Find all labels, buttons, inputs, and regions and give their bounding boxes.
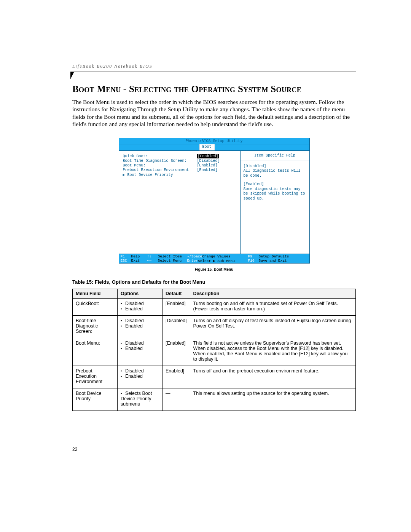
- cell-default: Enabled]: [162, 366, 190, 388]
- table-header: Default: [162, 289, 190, 298]
- option-item: Selects Boot Device Priority submenu: [121, 391, 159, 407]
- document-page: LifeBook B6200 Notebook BIOS Boot Menu -…: [0, 0, 411, 532]
- option-item: Disabled: [121, 340, 159, 346]
- option-item: Disabled: [121, 301, 159, 306]
- bios-setting-label: Boot Time Diagnostic Screen:: [123, 159, 197, 163]
- header-rule: [70, 72, 356, 72]
- cell-description: Turns booting on and off with a truncate…: [190, 298, 355, 315]
- bios-setting-label: Quick Boot:: [123, 154, 197, 158]
- cell-menu-field: Preboot Execution Environment: [73, 366, 118, 388]
- cell-description: This field is not active unless the Supe…: [190, 338, 355, 366]
- bios-help-title: Item Specific Help: [241, 152, 309, 160]
- cell-default: —: [162, 388, 190, 411]
- cell-default: [Enabled]: [162, 338, 190, 366]
- option-item: Disabled: [121, 318, 159, 323]
- bios-setting-row[interactable]: Quick Boot:[Enabled]: [123, 154, 238, 158]
- bios-footer-hint: F1 Help: [121, 254, 147, 259]
- cell-description: Turns on and off display of test results…: [190, 315, 355, 338]
- page-number: 22: [72, 447, 77, 452]
- figure-caption: Figure 15. Boot Menu: [72, 267, 356, 272]
- bios-tab-boot[interactable]: Boot: [199, 144, 215, 150]
- bios-footer-hint: ESC Exit: [121, 259, 147, 263]
- bios-footer-hint: F10 Save and Exit: [248, 259, 294, 263]
- bios-footer-hint: ←→ Select Menu: [147, 259, 187, 263]
- cell-default: [Disabled]: [162, 315, 190, 338]
- fields-table: Menu FieldOptionsDefaultDescription Quic…: [72, 289, 356, 411]
- bios-setting-value: [Disabled]: [197, 159, 220, 163]
- bios-settings-pane: Quick Boot:[Enabled]Boot Time Diagnostic…: [119, 151, 241, 254]
- table-header: Options: [118, 289, 162, 298]
- cell-menu-field: Boot Menu:: [73, 338, 118, 366]
- running-header: LifeBook B6200 Notebook BIOS: [72, 64, 153, 69]
- intro-paragraph: The Boot Menu is used to select the orde…: [72, 98, 356, 128]
- cell-menu-field: Boot-time Diagnostic Screen:: [73, 315, 118, 338]
- bios-setting-row[interactable]: Boot Time Diagnostic Screen:[Disabled]: [123, 159, 238, 163]
- section-title: Boot Menu - Selecting the Operating Syst…: [72, 84, 356, 94]
- cell-options: DisabledEnabled: [118, 338, 162, 366]
- cell-menu-field: QuickBoot:: [73, 298, 118, 315]
- bios-footer-hint: -/Space Change Values: [187, 254, 248, 259]
- cell-menu-field: Boot Device Priority: [73, 388, 118, 411]
- bios-setting-label: Preboot Execution Environment: [123, 168, 197, 172]
- cell-options: DisabledEnabled: [118, 315, 162, 338]
- table-row: Preboot Execution EnvironmentDisabledEna…: [73, 366, 356, 388]
- option-item: Enabled: [121, 374, 159, 379]
- table-row: Boot Menu:DisabledEnabled[Enabled]This f…: [73, 338, 356, 366]
- cell-options: DisabledEnabled: [118, 298, 162, 315]
- bios-footer-hint: Enter Select ▶ Sub-Menu: [187, 259, 248, 263]
- bios-footer-hint: F9 Setup Defaults: [248, 254, 294, 259]
- cell-description: Turns off and on the preboot execution e…: [190, 366, 355, 388]
- bios-setting-value: [Enabled]: [197, 163, 218, 168]
- bios-title: PhoenixBIOS Setup Utility: [119, 138, 309, 144]
- bios-setting-label: Boot Menu:: [123, 163, 197, 168]
- option-item: Enabled: [121, 306, 159, 312]
- bios-help-text: [Disabled]All diagnostic tests will be d…: [244, 164, 306, 179]
- bios-setting-row[interactable]: Boot Menu:[Enabled]: [123, 163, 238, 168]
- table-row: Boot Device PrioritySelects Boot Device …: [73, 388, 356, 411]
- table-header: Description: [190, 289, 355, 298]
- cell-options: Selects Boot Device Priority submenu: [118, 388, 162, 411]
- bios-setting-row[interactable]: Preboot Execution Environment[Enabled]: [123, 168, 238, 172]
- thumb-tab-icon: [70, 72, 74, 79]
- option-item: Disabled: [121, 368, 159, 374]
- bios-screenshot: PhoenixBIOS Setup Utility Boot Quick Boo…: [119, 138, 310, 264]
- option-item: Enabled: [121, 346, 159, 351]
- bios-setting-value: [Enabled]: [197, 154, 219, 158]
- option-item: Enabled: [121, 323, 159, 329]
- cell-default: [Enabled]: [162, 298, 190, 315]
- bios-setting-value: [Enabled]: [197, 168, 218, 172]
- bios-help-text: [Enabled]Some diagnostic tests may be sk…: [244, 182, 306, 201]
- cell-description: This menu allows setting up the source f…: [190, 388, 355, 411]
- table-header: Menu Field: [73, 289, 118, 298]
- table-row: Boot-time Diagnostic Screen:DisabledEnab…: [73, 315, 356, 338]
- bios-help-pane: Item Specific Help [Disabled]All diagnos…: [241, 151, 309, 254]
- bios-tab-bar: Boot: [119, 144, 309, 151]
- bios-footer: F1 Help↑↓ Select Item-/Space Change Valu…: [119, 254, 309, 263]
- table-caption: Table 15: Fields, Options and Defaults f…: [72, 279, 356, 285]
- cell-options: DisabledEnabled: [118, 366, 162, 388]
- table-row: QuickBoot:DisabledEnabled[Enabled]Turns …: [73, 298, 356, 315]
- bios-setting-row[interactable]: ▶ Boot Device Priority: [123, 173, 238, 177]
- bios-setting-label: ▶ Boot Device Priority: [123, 173, 197, 177]
- bios-footer-hint: ↑↓ Select Item: [147, 254, 187, 259]
